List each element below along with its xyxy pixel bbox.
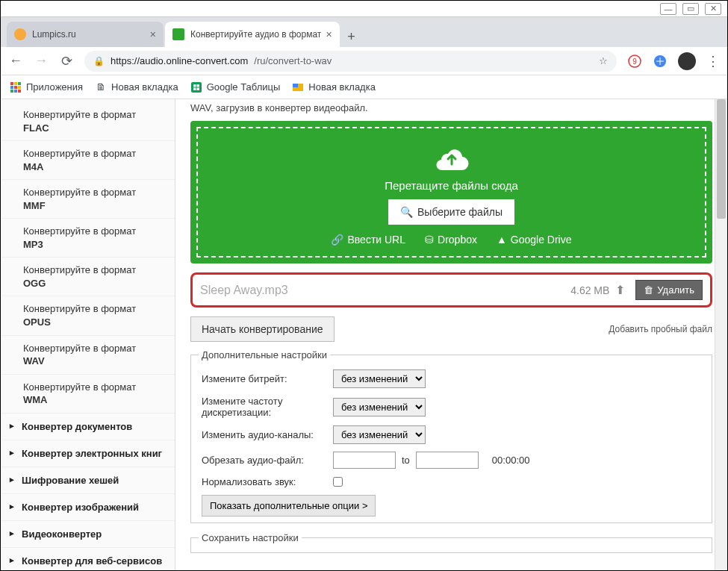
sidebar-category-ebooks[interactable]: Конвертер электронных книг — [1, 440, 175, 467]
bitrate-select[interactable]: без изменений — [333, 369, 426, 388]
samplerate-row: Измените частоту дискретизации: без изме… — [202, 396, 701, 418]
sidebar-category-documents[interactable]: Конвертер документов — [1, 414, 175, 440]
sidebar-format-m4a[interactable]: Конвертируйте в форматM4A — [1, 141, 175, 180]
channels-row: Изменить аудио-каналы: без изменений — [202, 425, 701, 444]
channels-select[interactable]: без изменений — [333, 425, 426, 444]
url-domain: https://audio.online-convert.com — [111, 55, 248, 66]
profile-avatar[interactable] — [678, 52, 696, 70]
bitrate-row: Измените битрейт: без изменений — [202, 369, 701, 388]
sidebar: Конвертируйте в форматFLAC Конвертируйте… — [1, 99, 175, 570]
apps-button[interactable]: Приложения — [10, 81, 83, 93]
svg-text:9: 9 — [632, 57, 637, 66]
sidebar-format-wav[interactable]: Конвертируйте в форматWAV — [1, 336, 175, 375]
bookmark-item[interactable]: Google Таблицы — [190, 81, 281, 93]
intro-text: WAV, загрузив в конвертер видеофайл. — [190, 99, 712, 121]
vertical-scrollbar[interactable] — [715, 99, 727, 570]
tab-title: Lumpics.ru — [32, 29, 146, 40]
url-input[interactable]: 🔒 https://audio.online-convert.com/ru/co… — [84, 51, 617, 72]
normalize-row: Нормализовать звук: — [202, 476, 701, 487]
show-more-options-button[interactable]: Показать дополнительные опции > — [202, 495, 376, 517]
sidebar-category-images[interactable]: Конвертер изображений — [1, 494, 175, 521]
svg-rect-4 — [14, 82, 17, 85]
enter-url-link[interactable]: 🔗Ввести URL — [331, 234, 405, 246]
delete-label: Удалить — [657, 284, 694, 296]
sidebar-format-wma[interactable]: Конвертируйте в форматWMA — [1, 375, 175, 414]
browser-tab-lumpics[interactable]: Lumpics.ru × — [7, 22, 164, 47]
bookmark-label: Новая вкладка — [111, 81, 178, 93]
url-path: /ru/convert-to-wav — [254, 55, 332, 66]
select-files-label: Выберите файлы — [417, 206, 503, 218]
cloud-upload-icon — [432, 142, 472, 175]
link-label: Ввести URL — [347, 234, 405, 246]
action-row: Начать конвертирование Добавить пробный … — [190, 316, 712, 342]
trim-from-input[interactable] — [333, 452, 396, 469]
gdrive-link[interactable]: ▲Google Drive — [497, 234, 572, 246]
svg-rect-11 — [18, 90, 21, 93]
sidebar-format-ogg[interactable]: Конвертируйте в форматOGG — [1, 258, 175, 296]
sidebar-format-flac[interactable]: Конвертируйте в форматFLAC — [1, 102, 175, 141]
back-button[interactable]: ← — [8, 54, 23, 69]
file-name: Sleep Away.mp3 — [200, 284, 570, 297]
dropbox-link[interactable]: ⛁Dropbox — [425, 234, 477, 246]
sidebar-item-format: M4A — [23, 160, 164, 174]
window-close-button[interactable]: ✕ — [705, 3, 721, 15]
browser-menu-button[interactable]: ⋮ — [706, 53, 720, 69]
favicon-icon — [14, 28, 26, 40]
trim-row: Обрезать аудио-файл: to 00:00:00 — [202, 452, 701, 469]
file-size: 4.62 MB — [570, 284, 609, 296]
select-files-button[interactable]: 🔍Выберите файлы — [388, 199, 514, 225]
dropzone[interactable]: Перетащите файлы сюда 🔍Выберите файлы 🔗В… — [190, 121, 712, 263]
forward-button[interactable]: → — [34, 54, 49, 69]
svg-rect-7 — [14, 86, 17, 89]
svg-rect-3 — [10, 82, 13, 85]
normalize-checkbox[interactable] — [333, 477, 343, 487]
sidebar-format-opus[interactable]: Конвертируйте в форматOPUS — [1, 296, 175, 335]
sidebar-category-web[interactable]: Конвертер для веб-сервисов — [1, 548, 175, 570]
reload-button[interactable]: ⟳ — [59, 54, 74, 69]
sidebar-item-format: MP3 — [23, 238, 164, 252]
new-tab-button[interactable]: + — [341, 26, 362, 47]
sidebar-item-prefix: Конвертируйте в формат — [23, 381, 136, 393]
gdrive-icon: ▲ — [497, 234, 507, 246]
save-settings-legend: Сохранить настройки — [199, 532, 302, 543]
main-panel: WAV, загрузив в конвертер видеофайл. Пер… — [175, 99, 727, 570]
bookmark-label: Новая вкладка — [308, 81, 376, 93]
window-maximize-button[interactable]: ▭ — [682, 3, 699, 15]
dropbox-icon: ⛁ — [425, 234, 434, 246]
bookmark-item[interactable]: 🗎Новая вкладка — [95, 81, 178, 93]
sidebar-item-format: WMA — [23, 393, 164, 407]
dropzone-text: Перетащите файлы сюда — [207, 179, 696, 192]
start-convert-button[interactable]: Начать конвертирование — [190, 316, 335, 342]
extension-icon[interactable]: 9 — [627, 54, 642, 69]
samplerate-select[interactable]: без изменений — [333, 398, 426, 416]
bookmark-star-icon[interactable]: ☆ — [599, 55, 608, 66]
page-icon — [292, 81, 304, 93]
sidebar-format-mmf[interactable]: Конвертируйте в форматMMF — [1, 180, 175, 219]
sidebar-item-format: OGG — [23, 277, 164, 290]
sidebar-item-format: FLAC — [23, 122, 164, 135]
scrollbar-thumb[interactable] — [717, 99, 726, 219]
window-titlebar: — ▭ ✕ — [1, 1, 727, 17]
bitrate-label: Измените битрейт: — [202, 373, 333, 384]
sidebar-format-mp3[interactable]: Конвертируйте в форматMP3 — [1, 219, 175, 258]
sidebar-category-hash[interactable]: Шифрование хешей — [1, 467, 175, 494]
page-content: Конвертируйте в форматFLAC Конвертируйте… — [1, 99, 727, 570]
apps-icon — [10, 81, 22, 93]
extension-icon[interactable] — [653, 54, 668, 69]
add-trial-file-link[interactable]: Добавить пробный файл — [609, 324, 712, 334]
samplerate-label: Измените частоту дискретизации: — [202, 396, 333, 418]
close-icon[interactable]: × — [150, 28, 156, 40]
trim-to-input[interactable] — [416, 452, 479, 469]
close-icon[interactable]: × — [326, 28, 332, 40]
favicon-icon — [172, 28, 184, 40]
tab-title: Конвертируйте аудио в формат — [190, 29, 321, 40]
trash-icon: 🗑 — [644, 284, 653, 296]
sidebar-category-video[interactable]: Видеоконвертер — [1, 521, 175, 548]
window-minimize-button[interactable]: — — [660, 3, 676, 15]
browser-tab-convert[interactable]: Конвертируйте аудио в формат × — [165, 22, 340, 47]
bookmark-item[interactable]: Новая вкладка — [292, 81, 376, 93]
bookmark-label: Google Таблицы — [207, 81, 281, 93]
svg-rect-8 — [18, 86, 21, 89]
page-icon: 🗎 — [95, 81, 107, 93]
delete-file-button[interactable]: 🗑Удалить — [635, 280, 703, 300]
